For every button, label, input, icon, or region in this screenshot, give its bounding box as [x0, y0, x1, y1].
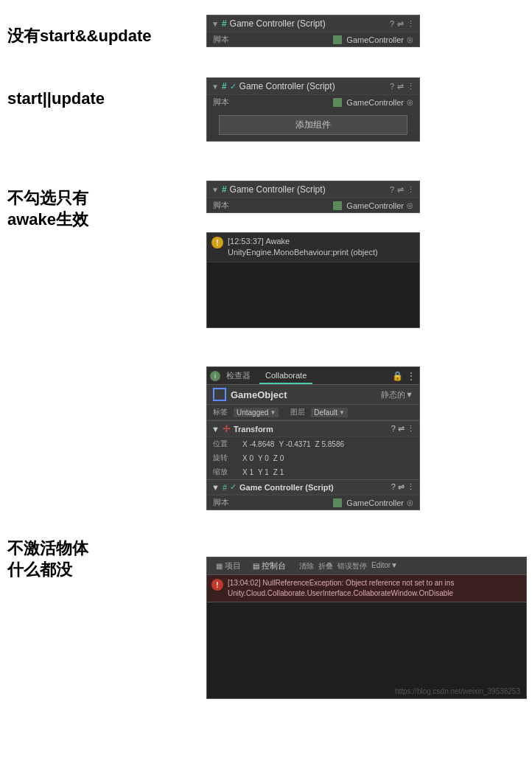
go-header-row: GameObject 静态的▼	[207, 385, 419, 405]
panel-3: ▼ # Game Controller (Script) ? ⇌ ⋮ 脚本 Ga…	[206, 181, 420, 213]
more-icon[interactable]: ⋮	[407, 19, 415, 29]
checkmark-icon[interactable]: ✓	[230, 82, 237, 91]
settings-icon2[interactable]: ⇌	[397, 82, 404, 91]
settings-icon[interactable]: ⇌	[397, 19, 404, 29]
help-icon-t[interactable]: ?	[391, 424, 396, 433]
triangle-icon: ▼	[211, 20, 219, 28]
more-icon-t[interactable]: ⋮	[407, 424, 415, 433]
tag-dropdown[interactable]: Untagged ▼	[234, 408, 279, 417]
annotation-3: 不勾选只有 awake生效	[7, 188, 184, 230]
hash-icon3: #	[222, 184, 227, 195]
target-icon: ◎	[407, 35, 413, 44]
panel2-script-row: 脚本 GameController ◎	[207, 94, 419, 109]
header-icons3: ? ⇌ ⋮	[390, 185, 415, 195]
console-log-panel: ! [12:53:37] Awake UnityEngine.MonoBehav…	[206, 232, 420, 328]
help-icon3[interactable]: ?	[390, 185, 394, 195]
tag-chevron-icon: ▼	[270, 409, 276, 416]
header-icons2: ? ⇌ ⋮	[390, 82, 415, 91]
layer-dropdown[interactable]: Default ▼	[311, 408, 348, 417]
panel-2: ▼ # ✓ Game Controller (Script) ? ⇌ ⋮ 脚本 …	[206, 77, 420, 142]
more-icon2[interactable]: ⋮	[407, 82, 415, 91]
go-tags-row: 标签 Untagged ▼ 图层 Default ▼	[207, 405, 419, 420]
console-empty-bottom: https://blog.csdn.net/weixin_39538253	[207, 602, 526, 698]
inspect-icon-badge: i	[210, 371, 220, 381]
panel3-header: ▼ # Game Controller (Script) ? ⇌ ⋮	[207, 181, 419, 198]
bottom-tabs-row: ▦ 项目 ▤ 控制台 清除 折叠 错误暂停 Editor▼	[207, 557, 526, 575]
more-icon-gc[interactable]: ⋮	[407, 482, 415, 491]
target-icon2: ◎	[407, 98, 413, 106]
hash-icon2: #	[222, 81, 227, 91]
target-icon-gc: ◎	[407, 498, 413, 507]
editor-dropdown[interactable]: Editor▼	[371, 561, 398, 571]
hash-icon: #	[222, 18, 227, 29]
annotation-4: 不激活物体 什么都没	[7, 538, 184, 580]
transform-position-row: 位置 X -4.8648 Y -0.4371 Z 5.8586	[207, 437, 419, 451]
console-entry-1: ! [12:53:37] Awake UnityEngine.MonoBehav…	[207, 233, 419, 262]
tab-project[interactable]: ▦ 项目	[211, 559, 245, 573]
help-icon2[interactable]: ?	[390, 82, 394, 91]
bottom-actions-row: 清除 折叠 错误暂停 Editor▼	[299, 561, 398, 571]
triangle-icon2: ▼	[211, 83, 219, 91]
more-icon3[interactable]: ⋮	[407, 185, 415, 195]
panel1-script-row: 脚本 GameController ◎	[207, 32, 419, 46]
layer-chevron-icon: ▼	[339, 409, 345, 416]
panel3-script-row: 脚本 GameController ◎	[207, 198, 419, 212]
tab-collaborate[interactable]: Collaborate	[259, 368, 312, 384]
script-file-icon	[333, 35, 342, 44]
add-component-button[interactable]: 添加组件	[219, 115, 407, 135]
console-icon: ▤	[253, 562, 259, 570]
settings-icon-gc[interactable]: ⇌	[398, 482, 405, 491]
gc-script-row: 脚本 GameController ◎	[207, 495, 419, 510]
inspector-tabs-row: i 检查器 Collaborate 🔒 ⋮	[207, 367, 419, 385]
gc-checkmark[interactable]: ✓	[230, 482, 237, 492]
script-file-icon-gc	[333, 498, 342, 507]
annotation-2: start||update	[7, 88, 184, 110]
clear-button[interactable]: 清除	[299, 561, 314, 571]
transform-arrows-icon: ✛	[223, 423, 231, 434]
help-icon[interactable]: ?	[390, 19, 394, 29]
panel2-header: ▼ # ✓ Game Controller (Script) ? ⇌ ⋮	[207, 78, 419, 94]
gc-triangle-icon: ▼	[211, 483, 220, 492]
go-cube-icon	[213, 388, 226, 401]
error-pause-button[interactable]: 错误暂停	[337, 561, 367, 571]
annotation-1: 没有start&&update	[7, 26, 184, 47]
transform-triangle-icon: ▼	[211, 425, 220, 434]
header-icons: ? ⇌ ⋮	[390, 19, 415, 29]
more-icon-inspector[interactable]: ⋮	[406, 370, 416, 382]
gc-hash-icon: #	[223, 483, 227, 492]
transform-rotation-row: 旋转 X 0 Y 0 Z 0	[207, 451, 419, 465]
game-ctrl-section-header: ▼ # ✓ Game Controller (Script) ? ⇌ ⋮	[207, 479, 419, 495]
warn-icon: !	[211, 237, 223, 248]
inspector-panel: i 检查器 Collaborate 🔒 ⋮ GameObject 静态的▼ 标签…	[206, 366, 420, 510]
tab-inspector[interactable]: 检查器	[220, 367, 256, 384]
transform-section-header: ▼ ✛ Transform ? ⇌ ⋮	[207, 420, 419, 437]
tab-console[interactable]: ▤ 控制台	[248, 559, 290, 573]
error-icon: !	[211, 579, 223, 591]
console-empty-area	[207, 262, 419, 321]
help-icon-gc[interactable]: ?	[391, 482, 396, 491]
settings-icon3[interactable]: ⇌	[397, 185, 404, 195]
settings-icon-t[interactable]: ⇌	[398, 424, 405, 433]
bottom-console: ▦ 项目 ▤ 控制台 清除 折叠 错误暂停 Editor▼ ! [13:04:0…	[206, 557, 527, 699]
transform-scale-row: 缩放 X 1 Y 1 Z 1	[207, 465, 419, 479]
transform-header-icons: ? ⇌ ⋮	[391, 424, 415, 434]
error-entry: ! [13:04:02] NullReferenceException: Obj…	[207, 575, 526, 602]
watermark: https://blog.csdn.net/weixin_39538253	[395, 687, 520, 695]
panel-1: ▼ # Game Controller (Script) ? ⇌ ⋮ 脚本 Ga…	[206, 15, 420, 47]
script-file-icon3	[333, 201, 342, 210]
script-file-icon2	[333, 98, 342, 107]
gc-header-icons: ? ⇌ ⋮	[391, 482, 415, 492]
project-icon: ▦	[216, 562, 223, 570]
triangle-icon3: ▼	[211, 186, 219, 194]
lock-icon[interactable]: 🔒	[392, 371, 403, 381]
collapse-button[interactable]: 折叠	[318, 561, 333, 571]
target-icon3: ◎	[407, 201, 413, 209]
add-component-container: 添加组件	[207, 109, 419, 141]
panel1-header: ▼ # Game Controller (Script) ? ⇌ ⋮	[207, 15, 419, 32]
